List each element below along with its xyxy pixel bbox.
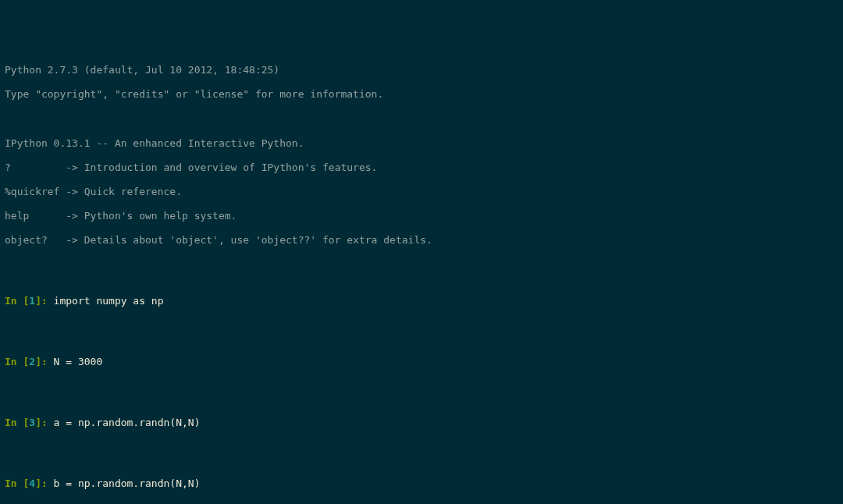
in-code: a = np.random.randn(N,N): [48, 417, 201, 428]
ipython-help-3: help -> Python's own help system.: [5, 210, 838, 222]
in-num: 4: [29, 477, 35, 489]
in-code: import numpy as np: [48, 295, 164, 307]
in-prompt: In [: [5, 417, 29, 428]
in-1: In [1]: import numpy as np: [5, 295, 838, 307]
in-prompt: In [: [5, 356, 29, 367]
python-copyright: Type "copyright", "credits" or "license"…: [5, 88, 838, 101]
ipython-help-4: object? -> Details about 'object', use '…: [5, 234, 838, 247]
in-close: ]:: [35, 295, 48, 307]
in-num: 2: [29, 356, 35, 367]
in-prompt: In [: [5, 477, 29, 489]
terminal[interactable]: Python 2.7.3 (default, Jul 10 2012, 18:4…: [5, 51, 838, 504]
in-close: ]:: [35, 356, 48, 367]
in-close: ]:: [35, 417, 48, 428]
python-version: Python 2.7.3 (default, Jul 10 2012, 18:4…: [5, 64, 838, 76]
in-num: 3: [29, 417, 35, 428]
ipython-help-1: ? -> Introduction and overview of IPytho…: [5, 161, 838, 174]
in-code: N = 3000: [48, 356, 102, 367]
in-2: In [2]: N = 3000: [5, 356, 838, 368]
in-num: 1: [29, 295, 35, 307]
in-code: b = np.random.randn(N,N): [48, 477, 201, 489]
in-3: In [3]: a = np.random.randn(N,N): [5, 417, 838, 429]
in-close: ]:: [35, 477, 48, 489]
in-prompt: In [: [5, 295, 29, 307]
in-4: In [4]: b = np.random.randn(N,N): [5, 477, 838, 490]
ipython-version: IPython 0.13.1 -- An enhanced Interactiv…: [5, 137, 838, 150]
ipython-help-2: %quickref -> Quick reference.: [5, 186, 838, 198]
